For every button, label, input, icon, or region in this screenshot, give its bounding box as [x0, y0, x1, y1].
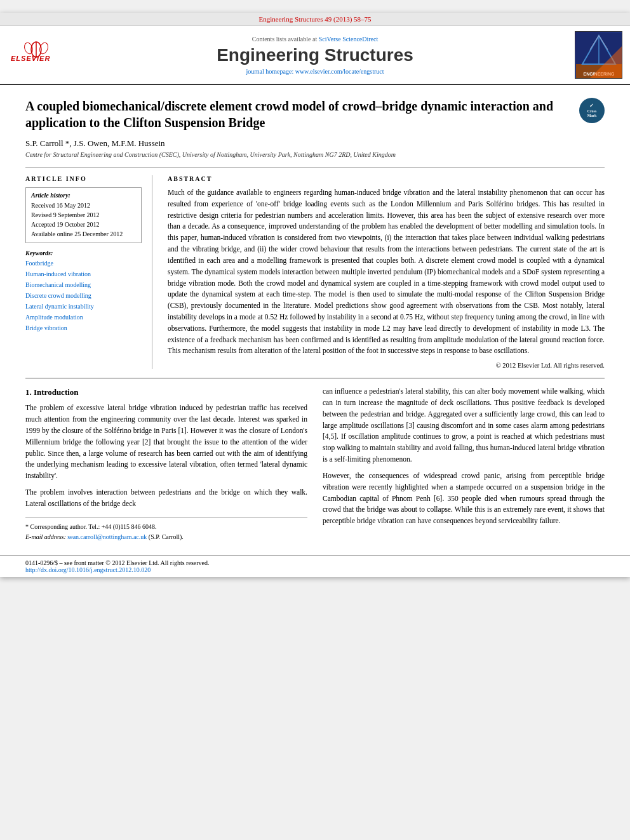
footer-bar: 0141-0296/$ – see front matter © 2012 El…: [0, 555, 630, 577]
journal-citation-bar: Engineering Structures 49 (2013) 58–75: [0, 13, 630, 26]
footer-code: 0141-0296/$ – see front matter © 2012 El…: [25, 559, 605, 566]
journal-logo-right: ENGINEERING: [565, 31, 622, 79]
body-left-col: 1. Introduction The problem of excessive…: [25, 386, 307, 542]
keyword-5: Lateral dynamic instability: [25, 301, 142, 312]
body-left-para-2: The problem involves interaction between…: [25, 487, 307, 510]
journal-homepage: journal homepage: www.elsevier.com/locat…: [71, 68, 559, 75]
affiliation: Centre for Structural Engineering and Co…: [25, 151, 605, 158]
homepage-url[interactable]: www.elsevier.com/locate/engstruct: [295, 68, 384, 75]
keyword-6: Amplitude modulation: [25, 312, 142, 323]
article-info-col: ARTICLE INFO Article history: Received 1…: [25, 175, 152, 369]
article-title-section: A coupled biomechanical/discrete element…: [25, 98, 605, 131]
sciverse-line: Contents lists available at SciVerse Sci…: [71, 36, 559, 43]
history-label: Article history:: [31, 192, 136, 199]
journal-header: ELSEVIER Contents lists available at Sci…: [0, 26, 630, 85]
section-1-title: 1. Introduction: [25, 386, 307, 399]
footnote-name: (S.P. Carroll).: [149, 533, 184, 540]
authors: S.P. Carroll *, J.S. Owen, M.F.M. Hussei…: [25, 138, 165, 148]
accepted-date: Accepted 19 October 2012: [31, 220, 136, 229]
sciverse-link[interactable]: SciVerse ScienceDirect: [319, 36, 379, 43]
section-divider: [25, 378, 605, 378]
abstract-col: ABSTRACT Much of the guidance available …: [168, 175, 605, 369]
copyright: © 2012 Elsevier Ltd. All rights reserved…: [168, 362, 605, 369]
footnote-email[interactable]: sean.carroll@nottingham.ac.uk: [67, 533, 147, 540]
keyword-3: Biomechanical modelling: [25, 279, 142, 290]
journal-citation: Engineering Structures 49 (2013) 58–75: [258, 15, 371, 23]
body-right-para-1: can influence a pedestrian's lateral sta…: [323, 386, 605, 465]
body-right-para-2: However, the consequences of widespread …: [323, 470, 605, 527]
elsevier-logo: ELSEVIER: [8, 37, 65, 73]
revised-date: Revised 9 September 2012: [31, 210, 136, 220]
body-left-para-1: The problem of excessive lateral bridge …: [25, 403, 307, 482]
keyword-4: Discrete crowd modelling: [25, 290, 142, 301]
keyword-1: Footbridge: [25, 258, 142, 269]
article-info-heading: ARTICLE INFO: [25, 175, 142, 182]
footnote-area: * Corresponding author. Tel.: +44 (0)115…: [25, 517, 307, 542]
journal-center: Contents lists available at SciVerse Sci…: [71, 36, 559, 75]
journal-title: Engineering Structures: [71, 45, 559, 65]
abstract-heading: ABSTRACT: [168, 175, 605, 182]
available-date: Available online 25 December 2012: [31, 229, 136, 239]
engineering-structures-badge: ENGINEERING: [575, 31, 622, 79]
abstract-text: Much of the guidance available to engine…: [168, 187, 605, 357]
svg-text:ELSEVIER: ELSEVIER: [11, 55, 50, 62]
crossmark-icon: ✓ CrossMark: [579, 98, 605, 123]
footnote-email-label: E-mail address:: [25, 533, 66, 540]
body-content: 1. Introduction The problem of excessive…: [25, 386, 605, 542]
body-right-col: can influence a pedestrian's lateral sta…: [323, 386, 605, 542]
crossmark-badge[interactable]: ✓ CrossMark: [579, 98, 605, 123]
authors-line: S.P. Carroll *, J.S. Owen, M.F.M. Hussei…: [25, 138, 605, 149]
main-content: A coupled biomechanical/discrete element…: [0, 85, 630, 555]
svg-text:ENGINEERING: ENGINEERING: [583, 72, 615, 76]
keywords-label: Keywords:: [25, 250, 142, 257]
article-info-abstract-section: ARTICLE INFO Article history: Received 1…: [25, 167, 605, 369]
keyword-7: Bridge vibration: [25, 323, 142, 333]
elsevier-wordmark: ELSEVIER: [10, 37, 64, 73]
footnote-star-line: * Corresponding author. Tel.: +44 (0)115…: [25, 522, 307, 532]
received-date: Received 16 May 2012: [31, 201, 136, 210]
footer-doi[interactable]: http://dx.doi.org/10.1016/j.engstruct.20…: [25, 566, 605, 573]
keyword-2: Human-induced vibration: [25, 269, 142, 279]
keywords-box: Keywords: Footbridge Human-induced vibra…: [25, 250, 142, 333]
article-history-box: Article history: Received 16 May 2012 Re…: [25, 187, 142, 243]
article-title: A coupled biomechanical/discrete element…: [25, 98, 573, 131]
footnote-email-line: E-mail address: sean.carroll@nottingham.…: [25, 532, 307, 542]
